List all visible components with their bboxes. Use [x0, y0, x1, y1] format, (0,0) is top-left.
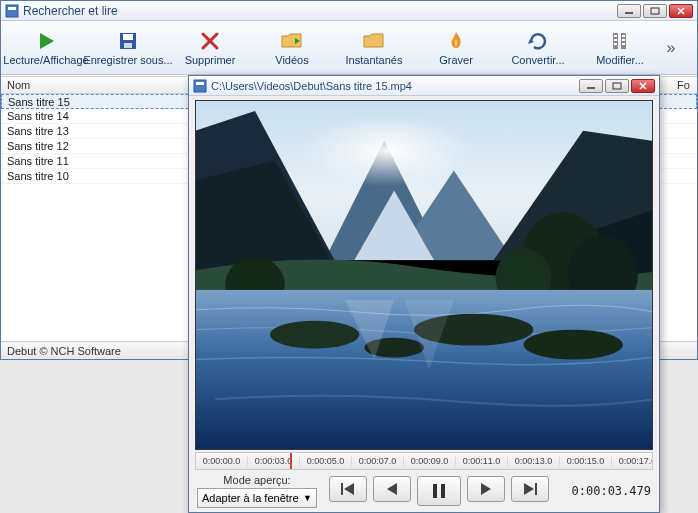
main-titlebar[interactable]: Rechercher et lire [1, 1, 697, 21]
timecode: 0:00:03.479 [572, 484, 651, 498]
timeline-tick: 0:00:03.0 [248, 456, 300, 466]
edit-icon [609, 30, 631, 52]
status-text: Debut © NCH Software [7, 345, 121, 357]
minimize-button[interactable] [617, 4, 641, 18]
timeline-tick: 0:00:17.0 [612, 456, 653, 466]
toolbar-label: Vidéos [275, 54, 308, 66]
toolbar-label: Modifier... [596, 54, 644, 66]
svg-rect-25 [613, 83, 621, 89]
folder-icon [281, 30, 303, 52]
pause-button[interactable] [417, 476, 461, 506]
timeline[interactable]: 0:00:00.00:00:03.00:00:05.00:00:07.00:00… [195, 452, 653, 470]
convert-icon [527, 30, 549, 52]
close-button[interactable] [669, 4, 693, 18]
save-icon [117, 30, 139, 52]
timeline-tick: 0:00:07.0 [352, 456, 404, 466]
svg-marker-6 [40, 33, 54, 49]
player-window-controls [579, 79, 655, 93]
play-icon [35, 30, 57, 52]
mode-label: Mode aperçu: [223, 474, 290, 486]
timeline-tick: 0:00:00.0 [196, 456, 248, 466]
timeline-tick: 0:00:09.0 [404, 456, 456, 466]
column-partial[interactable]: Fo [677, 79, 697, 91]
playhead[interactable] [290, 453, 292, 469]
toolbar-label: Enregistrer sous... [83, 54, 172, 66]
mode-select[interactable]: Adapter à la fenêtre ▼ [197, 488, 317, 508]
svg-rect-40 [196, 101, 652, 300]
preview-mode-area: Mode aperçu: Adapter à la fenêtre ▼ [197, 474, 317, 508]
svg-point-42 [270, 321, 359, 349]
svg-marker-49 [344, 483, 354, 495]
svg-rect-22 [194, 80, 206, 92]
window-title: Rechercher et lire [23, 4, 617, 18]
main-toolbar: Lecture/Affichage Enregistrer sous... Su… [1, 21, 697, 75]
svg-rect-9 [124, 43, 132, 48]
svg-rect-23 [196, 82, 204, 85]
video-viewport[interactable] [195, 100, 653, 450]
svg-marker-53 [481, 483, 491, 495]
svg-rect-16 [614, 35, 617, 37]
svg-rect-3 [651, 8, 659, 14]
timeline-tick: 0:00:05.0 [300, 456, 352, 466]
svg-point-44 [523, 330, 622, 360]
timeline-tick: 0:00:11.0 [456, 456, 508, 466]
skip-start-button[interactable] [329, 476, 367, 502]
step-forward-button[interactable] [467, 476, 505, 502]
svg-rect-1 [8, 7, 16, 10]
timeline-tick: 0:00:15.0 [560, 456, 612, 466]
svg-rect-21 [622, 43, 625, 45]
toolbar-overflow-button[interactable]: » [661, 39, 681, 57]
delete-icon [199, 30, 221, 52]
chevron-down-icon: ▼ [303, 493, 312, 503]
convert-button[interactable]: Convertir... [497, 23, 579, 73]
toolbar-label: Graver [439, 54, 473, 66]
svg-marker-54 [524, 483, 534, 495]
window-controls [617, 4, 693, 18]
maximize-button[interactable] [605, 79, 629, 93]
player-titlebar[interactable]: C:\Users\Videos\Debut\Sans titre 15.mp4 [189, 76, 659, 96]
step-back-button[interactable] [373, 476, 411, 502]
minimize-button[interactable] [579, 79, 603, 93]
svg-rect-55 [535, 483, 537, 495]
toolbar-label: Supprimer [185, 54, 236, 66]
edit-button[interactable]: Modifier... [579, 23, 661, 73]
burn-button[interactable]: Graver [415, 23, 497, 73]
app-icon [5, 4, 19, 18]
svg-rect-48 [341, 483, 343, 495]
delete-button[interactable]: Supprimer [169, 23, 251, 73]
svg-rect-52 [441, 484, 445, 498]
app-icon [193, 79, 207, 93]
svg-rect-20 [614, 43, 617, 45]
close-button[interactable] [631, 79, 655, 93]
toolbar-label: Convertir... [511, 54, 564, 66]
snapshots-button[interactable]: Instantanés [333, 23, 415, 73]
player-title: C:\Users\Videos\Debut\Sans titre 15.mp4 [211, 80, 579, 92]
svg-marker-13 [528, 39, 534, 44]
mode-value: Adapter à la fenêtre [202, 492, 299, 504]
toolbar-label: Instantanés [346, 54, 403, 66]
burn-icon [445, 30, 467, 52]
player-controls: Mode aperçu: Adapter à la fenêtre ▼ 0:00… [189, 470, 659, 512]
svg-rect-17 [622, 35, 625, 37]
svg-marker-50 [387, 483, 397, 495]
timeline-tick: 0:00:13.0 [508, 456, 560, 466]
svg-rect-8 [123, 34, 133, 40]
maximize-button[interactable] [643, 4, 667, 18]
videos-button[interactable]: Vidéos [251, 23, 333, 73]
svg-rect-19 [622, 39, 625, 41]
svg-rect-18 [614, 39, 617, 41]
save-as-button[interactable]: Enregistrer sous... [87, 23, 169, 73]
transport-controls [329, 476, 549, 506]
skip-end-button[interactable] [511, 476, 549, 502]
play-view-button[interactable]: Lecture/Affichage [5, 23, 87, 73]
svg-rect-0 [6, 5, 18, 17]
player-window: C:\Users\Videos\Debut\Sans titre 15.mp4 [188, 75, 660, 513]
svg-rect-51 [433, 484, 437, 498]
folder-icon [363, 30, 385, 52]
toolbar-label: Lecture/Affichage [3, 54, 88, 66]
